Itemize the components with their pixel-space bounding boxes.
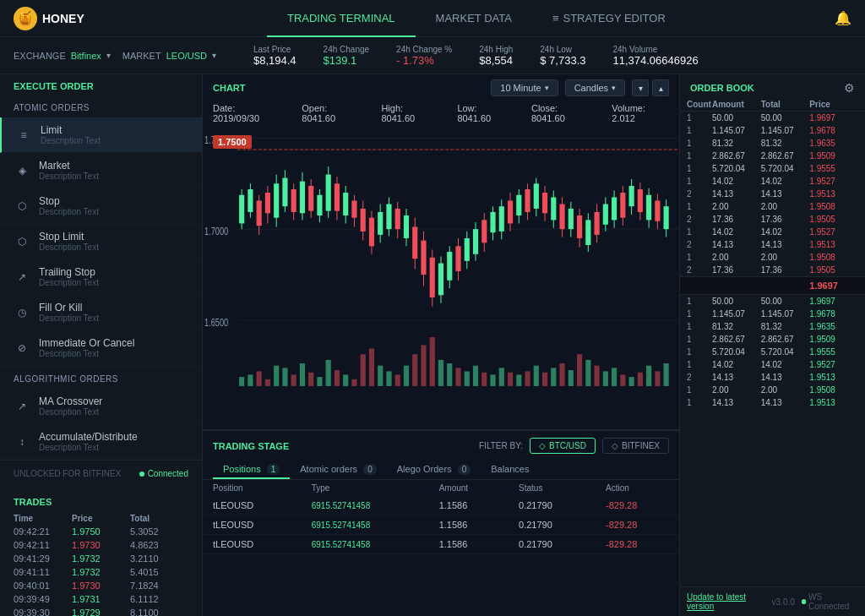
- tab-positions[interactable]: Positions 1: [213, 461, 290, 479]
- chart-container: CHART 10 Minute ▾ Candles ▾ ▾ ▴: [203, 74, 679, 430]
- market-value[interactable]: LEO/USD: [166, 51, 207, 61]
- svg-rect-143: [559, 363, 564, 386]
- tab-balances[interactable]: Balances: [481, 461, 539, 479]
- list-item: 09:42:21 1.9750 5.3052: [0, 525, 202, 538]
- connected-label: Connected: [148, 469, 188, 478]
- chart-type-label: Candles: [574, 83, 608, 93]
- date-label: Date: 2019/09/30: [213, 103, 281, 123]
- list-item: 1 81.32 81.32 1.9635: [680, 320, 865, 333]
- sidebar-item-ma-crossover[interactable]: ↗ MA Crossover Description Text: [0, 389, 202, 424]
- volume-value: 2.012: [612, 113, 635, 123]
- stat-24h-high: 24h High $8,554: [479, 45, 513, 67]
- timeframe-selector[interactable]: 10 Minute ▾: [491, 79, 558, 96]
- list-item: 2 17.36 17.36 1.9505: [680, 264, 865, 276]
- svg-rect-106: [239, 377, 244, 386]
- svg-rect-112: [291, 374, 296, 385]
- notification-bell-icon[interactable]: 🔔: [835, 10, 851, 26]
- nav-tabs: TRADING TERMINAL MARKET DATA ≡ STRATEGY …: [118, 0, 835, 37]
- high-value: 8041.60: [381, 113, 415, 123]
- svg-rect-137: [508, 373, 513, 386]
- stat-volume-label: 24h Volume: [613, 45, 699, 54]
- market-arrow-icon[interactable]: ▾: [212, 51, 216, 60]
- accumulate-icon: ↕: [14, 433, 30, 450]
- stage-header: TRADING STAGE FILTER BY: ◇ BTC/USD ◇ BIT…: [203, 431, 679, 461]
- list-item: 1 1.145.07 1.145.07 1.9678: [680, 124, 865, 137]
- open-value: 8041.60: [302, 113, 335, 123]
- stat-change-label: 24h Change: [324, 45, 370, 54]
- svg-text:1.6500: 1.6500: [204, 316, 228, 327]
- ob-settings-icon[interactable]: ⚙: [844, 81, 855, 95]
- svg-rect-135: [490, 374, 495, 385]
- sidebar-item-accumulate[interactable]: ↕ Accumulate/Distribute Description Text: [0, 424, 202, 460]
- list-item: 1 14.13 14.13 1.9513: [680, 396, 865, 409]
- exchange-arrow-icon[interactable]: ▾: [106, 51, 111, 60]
- filter-bitfinex-button[interactable]: ◇ BITFINEX: [602, 438, 669, 454]
- svg-rect-129: [438, 360, 443, 386]
- market-label: Market: [39, 160, 99, 172]
- trades-col-total: Total: [130, 514, 188, 523]
- ob-mid-price: 1.9697: [809, 281, 858, 291]
- filter-btc-label: BTC/USD: [549, 441, 586, 450]
- svg-rect-151: [629, 377, 634, 386]
- sidebar-item-immediate-cancel[interactable]: ⊘ Immediate Or Cancel Description Text: [0, 330, 202, 366]
- svg-rect-147: [595, 366, 600, 386]
- list-item: 1 50.00 50.00 1.9697: [680, 295, 865, 308]
- stage-tabs: Positions 1 Atomic orders 0 Alego Orders…: [203, 461, 679, 480]
- main-layout: EXECUTE ORDER ATOMIC ORDERS ≡ Limit Desc…: [0, 74, 865, 616]
- version-number: v3.0.0: [772, 597, 795, 607]
- list-item: 09:41:29 1.9732 3.2110: [0, 552, 202, 565]
- open-label: Open: 8041.60: [302, 103, 361, 123]
- list-item: 09:42:11 1.9730 4.8623: [0, 538, 202, 552]
- svg-rect-132: [465, 371, 470, 386]
- sidebar-item-limit[interactable]: ≡ Limit Description Text: [0, 117, 202, 153]
- svg-rect-108: [257, 371, 262, 386]
- stop-limit-icon: ⬡: [14, 233, 30, 250]
- sidebar-item-trailing-stop[interactable]: ↗ Trailing Stop Description Text: [0, 259, 202, 295]
- immediate-cancel-label: Immediate Or Cancel: [39, 337, 134, 349]
- filter-btc-usd-button[interactable]: ◇ BTC/USD: [530, 438, 596, 454]
- chart-collapse-up-btn[interactable]: ▴: [652, 79, 669, 96]
- stat-volume-value: 11,374.06646926: [613, 54, 699, 67]
- tab-market-data[interactable]: MARKET DATA: [416, 0, 532, 37]
- svg-rect-117: [335, 370, 340, 386]
- stat-pct-label: 24h Change %: [396, 45, 452, 54]
- sidebar-item-fill-or-kill[interactable]: ◷ Fill Or Kill Description Text: [0, 295, 202, 330]
- sidebar-item-stop[interactable]: ⬡ Stop Description Text: [0, 188, 202, 224]
- stage-table-body: tLEOUSD 6915.52741458 1.1586 0.21790 -82…: [203, 496, 679, 554]
- trailing-stop-label: Trailing Stop: [39, 266, 99, 278]
- list-item: 1 5.720.04 5.720.04 1.9555: [680, 346, 865, 358]
- ob-col-amount: Amount: [712, 100, 761, 109]
- svg-rect-127: [421, 345, 426, 385]
- svg-rect-111: [282, 368, 287, 386]
- list-item: 1 2.862.67 2.862.67 1.9509: [680, 150, 865, 162]
- tab-trading-label: TRADING TERMINAL: [287, 12, 395, 25]
- order-book: ORDER BOOK ⚙ Count Amount Total Price 1 …: [679, 74, 865, 616]
- fill-kill-desc: Description Text: [39, 313, 99, 323]
- exchange-value[interactable]: Bitfinex: [71, 51, 101, 61]
- tab-strategy-editor[interactable]: ≡ STRATEGY EDITOR: [532, 0, 686, 37]
- stop-limit-label: Stop Limit: [39, 231, 99, 243]
- sidebar-item-stop-limit[interactable]: ⬡ Stop Limit Description Text: [0, 224, 202, 259]
- chart-type-selector[interactable]: Candles ▾: [565, 79, 625, 96]
- timeframe-arrow-icon: ▾: [545, 84, 549, 92]
- logo-icon: 🍯: [14, 7, 37, 30]
- sidebar: EXECUTE ORDER ATOMIC ORDERS ≡ Limit Desc…: [0, 74, 203, 616]
- high-label: High: 8041.60: [381, 103, 437, 123]
- update-link[interactable]: Update to latest version: [687, 592, 765, 611]
- col-position: Position: [203, 480, 302, 496]
- ob-col-count: Count: [687, 100, 712, 109]
- svg-rect-149: [612, 368, 617, 386]
- sidebar-item-market[interactable]: ◈ Market Description Text: [0, 153, 202, 188]
- tab-alego-orders[interactable]: Alego Orders 0: [387, 461, 481, 479]
- tab-trading-terminal[interactable]: TRADING TERMINAL: [267, 0, 416, 37]
- market-label: MARKET: [122, 51, 161, 61]
- tab-atomic-orders[interactable]: Atomic orders 0: [290, 461, 386, 479]
- chart-collapse-down-btn[interactable]: ▾: [632, 79, 649, 96]
- filter-area: FILTER BY: ◇ BTC/USD ◇ BITFINEX: [479, 438, 669, 454]
- exchange-label: EXCHANGE: [14, 51, 66, 61]
- atomic-orders-label: Atomic orders: [300, 464, 357, 474]
- col-amount: Amount: [429, 480, 509, 496]
- trades-col-time: Time: [14, 514, 72, 523]
- volume-label: Volume: 2.012: [612, 103, 669, 123]
- stat-low-label: 24h Low: [540, 45, 585, 54]
